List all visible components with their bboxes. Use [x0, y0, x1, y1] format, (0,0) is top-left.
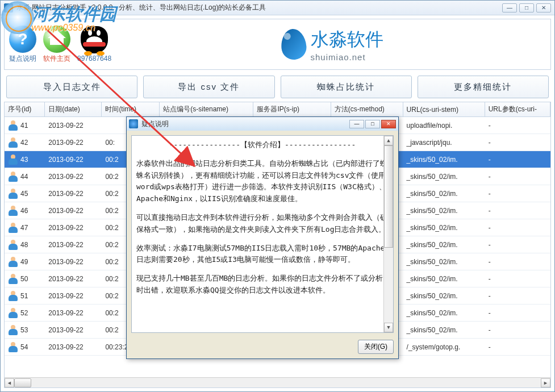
qq-tool[interactable]: 897687648 [77, 26, 111, 62]
dialog-scroll-up[interactable]: ▲ [384, 136, 393, 145]
action-button-row: 导入日志文件 导出 csv 文件 蜘蛛占比统计 更多精细统计 [1, 70, 554, 102]
table-cell: 52 [5, 305, 45, 321]
table-cell: 2013-09-22 [45, 253, 102, 270]
toolbar: ? 疑点说明 软件主页 897687648 水淼软件 shuimiao.net [4, 19, 551, 70]
dialog-minimize-button[interactable]: — [349, 120, 364, 128]
table-cell: 2013-09-22 [45, 287, 102, 304]
horizontal-scrollbar[interactable]: ◄ ► [5, 377, 550, 387]
dialog-close-x-button[interactable]: ✕ [381, 120, 396, 128]
table-header: 序号(id)日期(date)时间(time)站点编号(s-sitename)服务… [5, 102, 550, 117]
table-cell: _javascript/jqu. [403, 134, 485, 151]
table-cell: - [485, 202, 550, 219]
table-cell: 2013-09-22 [45, 305, 102, 321]
brand-logo-icon [279, 28, 307, 61]
table-cell: - [485, 117, 550, 134]
table-cell: _skins/50_02/im. [403, 168, 485, 185]
minimize-button[interactable]: — [502, 3, 517, 12]
table-cell: 2013-09-22 [45, 185, 102, 202]
dialog-content[interactable]: ----------------【软件介绍】---------------- 水… [131, 135, 394, 333]
dialog-maximize-button[interactable]: □ [365, 120, 380, 128]
import-button[interactable]: 导入日志文件 [6, 76, 137, 98]
dialog-vertical-scrollbar[interactable]: ▲ ▼ [383, 136, 393, 332]
dialog-paragraph-2: 可以直接拖动日志文件到本软件进行分析，如果拖动多个文件则合并载入（确保格式一致）… [136, 212, 389, 236]
help-dialog: 疑点说明 — □ ✕ ----------------【软件介绍】-------… [126, 116, 399, 359]
help-label: 疑点说明 [9, 54, 36, 64]
column-header[interactable]: 日期(date) [45, 102, 102, 116]
person-icon [8, 137, 18, 148]
dialog-scroll-thumb[interactable] [384, 145, 393, 248]
table-cell: _skins/50_02/im. [403, 219, 485, 236]
table-cell: - [485, 185, 550, 202]
homepage-tool[interactable]: 软件主页 [43, 26, 70, 64]
table-cell: 51 [5, 287, 45, 304]
column-header[interactable]: URL(cs-uri-stem) [403, 102, 485, 116]
dialog-intro-header: ----------------【软件介绍】---------------- [136, 139, 389, 151]
person-icon [8, 155, 18, 165]
table-cell: _skins/50_02/im. [403, 270, 485, 287]
table-cell: - [485, 305, 550, 321]
export-button[interactable]: 导出 csv 文件 [143, 76, 274, 98]
app-icon [4, 3, 13, 12]
table-cell: 43 [5, 151, 45, 168]
table-cell: 53 [5, 322, 45, 338]
table-cell: 2013-09-22 [45, 202, 102, 219]
titlebar[interactable]: 水淼·网站日志分析助手 v2.0.0.0 - 分析、统计、导出网站日志(.Log… [1, 1, 554, 15]
table-cell: 2013-09-22 [45, 168, 102, 185]
table-cell: 45 [5, 185, 45, 202]
column-header[interactable]: 时间(time) [102, 102, 160, 116]
table-cell: 2013-09-22 [45, 339, 102, 355]
maximize-button[interactable]: □ [519, 3, 534, 12]
table-cell: _skins/50_02/im. [403, 253, 485, 270]
dialog-close-button[interactable]: 关闭(G) [358, 340, 394, 354]
brand: 水淼软件 shuimiao.net [118, 27, 546, 62]
qq-icon [81, 26, 108, 53]
column-header[interactable]: 序号(id) [5, 102, 45, 116]
table-cell: 2013-09-22 [45, 151, 102, 168]
table-cell: 2013-09-22 [45, 219, 102, 236]
spider-stats-button[interactable]: 蜘蛛占比统计 [281, 76, 412, 98]
scroll-left-arrow[interactable]: ◄ [5, 378, 14, 387]
close-button[interactable]: ✕ [536, 3, 551, 12]
person-icon [8, 325, 18, 335]
table-cell: 2013-09-22 [45, 270, 102, 287]
person-icon [8, 291, 18, 301]
dialog-titlebar[interactable]: 疑点说明 — □ ✕ [127, 117, 398, 131]
help-tool[interactable]: ? 疑点说明 [9, 26, 36, 64]
table-cell: 44 [5, 168, 45, 185]
scroll-track[interactable] [14, 378, 541, 387]
table-cell: 46 [5, 202, 45, 219]
more-stats-button[interactable]: 更多精细统计 [418, 76, 549, 98]
table-cell: - [485, 270, 550, 287]
scroll-thumb[interactable] [14, 378, 31, 387]
person-icon [8, 189, 18, 199]
table-cell: _skins/50_02/im. [403, 236, 485, 253]
column-header[interactable]: 方法(cs-method) [331, 102, 403, 116]
column-header[interactable]: 站点编号(s-sitename) [160, 102, 253, 116]
table-cell: - [485, 134, 550, 151]
table-cell: - [485, 322, 550, 338]
table-cell: _skins/50_02/im. [403, 202, 485, 219]
table-cell: 41 [5, 117, 45, 134]
table-cell: 42 [5, 134, 45, 151]
table-cell: - [485, 236, 550, 253]
table-cell: uploadfile/nopi. [403, 117, 485, 134]
scroll-right-arrow[interactable]: ► [541, 378, 550, 387]
dialog-icon [129, 119, 138, 128]
dialog-paragraph-3: 效率测试：水淼I7电脑测试57MB的IIS日志载入需时10秒，57MB的Apac… [136, 243, 389, 266]
person-icon [8, 274, 18, 284]
person-icon [8, 308, 18, 318]
person-icon [8, 257, 18, 267]
column-header[interactable]: 服务器IP(s-ip) [253, 102, 331, 116]
column-header[interactable]: URL参数(cs-uri- [485, 102, 550, 116]
table-cell: 2013-09-22 [45, 322, 102, 338]
table-cell: 47 [5, 219, 45, 236]
person-icon [8, 342, 18, 352]
brand-name-en: shuimiao.net [311, 52, 383, 62]
brand-name-cn: 水淼软件 [311, 27, 383, 52]
dialog-scroll-down[interactable]: ▼ [384, 323, 393, 332]
table-cell: - [485, 253, 550, 270]
homepage-label: 软件主页 [43, 54, 70, 64]
dialog-paragraph-1: 水淼软件出品的网站日志分析归类工具。自动分析蜘蛛占比（已内部进行了蜘蛛名识别转换… [136, 158, 389, 205]
qq-label: 897687648 [77, 55, 111, 62]
person-icon [8, 240, 18, 250]
